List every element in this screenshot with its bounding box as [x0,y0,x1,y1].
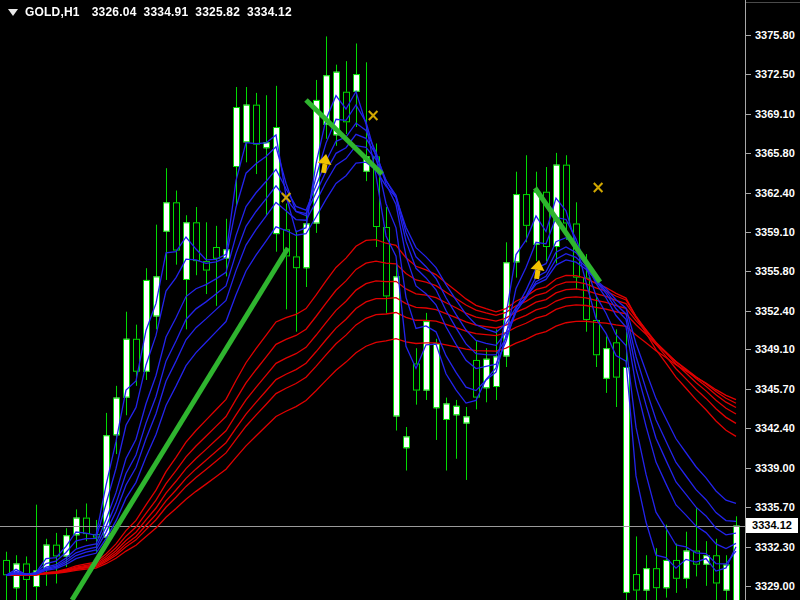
price-tick-dash [745,232,751,233]
high-value: 3334.91 [144,5,189,19]
price-tick-dash [745,311,751,312]
arrow-stem [534,270,540,280]
price-tick-label: 3345.70 [755,383,795,395]
buy-signal-up-arrow-icon [316,153,334,175]
exit-x-icon: × [366,105,380,125]
price-tick-label: 3355.80 [755,265,795,277]
price-tick-label: 3369.10 [755,108,795,120]
price-tick-dash [745,428,751,429]
price-tick-label: 3332.30 [755,541,795,553]
chart-menu-arrow-icon[interactable] [8,9,18,16]
price-tick-dash [745,507,751,508]
price-tick-dash [745,389,751,390]
price-axis-separator [745,0,746,600]
price-tick-dash [745,193,751,194]
price-tick-dash [745,35,751,36]
price-tick-label: 3375.80 [755,29,795,41]
low-value: 3325.82 [195,5,240,19]
price-tick-dash [745,547,751,548]
exit-x-icon: × [279,187,293,207]
price-tick-dash [745,74,751,75]
chart-title: GOLD,H1 3326.04 3334.91 3325.82 3334.12 [8,5,299,19]
price-tick-label: 3365.80 [755,147,795,159]
price-tick-label: 3349.10 [755,343,795,355]
price-tick-dash [745,586,751,587]
price-tick-label: 3352.40 [755,305,795,317]
open-value: 3326.04 [92,5,137,19]
price-tick-label: 3372.50 [755,68,795,80]
exit-x-icon: × [591,177,605,197]
price-tick-label: 3339.00 [755,462,795,474]
price-tick-dash [745,349,751,350]
price-tick-label: 3342.40 [755,422,795,434]
close-value: 3334.12 [247,5,292,19]
candlestick-chart-canvas[interactable] [0,0,746,600]
price-tick-dash [745,153,751,154]
price-tick-label: 3335.70 [755,501,795,513]
arrow-stem [321,164,327,174]
price-tick-label: 3329.00 [755,580,795,592]
mt4-chart-window: GOLD,H1 3326.04 3334.91 3325.82 3334.12 … [0,0,800,600]
price-tick-dash [745,468,751,469]
price-tick-label: 3362.40 [755,187,795,199]
symbol-period-label: GOLD,H1 [25,5,80,19]
price-tick-label: 3359.10 [755,226,795,238]
price-tick-dash [745,114,751,115]
current-price-box: 3334.12 [746,518,798,533]
price-tick-dash [745,271,751,272]
buy-signal-up-arrow-icon [529,259,547,281]
